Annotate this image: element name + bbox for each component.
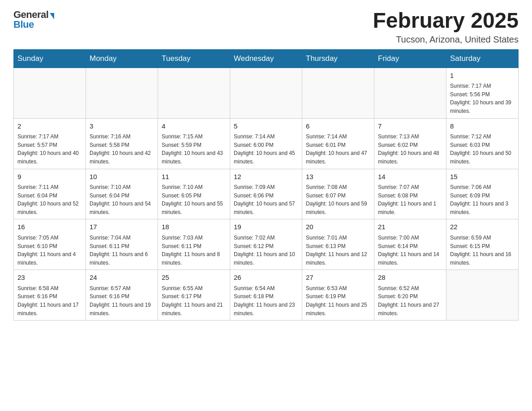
day-of-week-friday: Friday [374,49,446,68]
day-info: Sunrise: 7:04 AM Sunset: 6:11 PM Dayligh… [90,234,154,267]
day-number: 6 [306,121,370,132]
day-info: Sunrise: 6:52 AM Sunset: 6:20 PM Dayligh… [378,284,442,317]
calendar-cell [302,68,374,118]
calendar-cell: 6Sunrise: 7:14 AM Sunset: 6:01 PM Daylig… [302,118,374,169]
days-of-week-row: SundayMondayTuesdayWednesdayThursdayFrid… [14,49,519,68]
logo-arrow-icon [50,13,54,19]
day-number: 14 [378,172,442,182]
day-info: Sunrise: 7:11 AM Sunset: 6:04 PM Dayligh… [17,183,82,216]
day-of-week-monday: Monday [86,49,158,68]
calendar-table: SundayMondayTuesdayWednesdayThursdayFrid… [13,49,519,321]
calendar-week-5: 23Sunrise: 6:58 AM Sunset: 6:16 PM Dayli… [14,270,519,321]
day-number: 12 [234,172,298,182]
day-number: 13 [306,172,370,182]
calendar-cell: 12Sunrise: 7:09 AM Sunset: 6:06 PM Dayli… [230,169,302,219]
logo-blue-text: Blue [13,19,34,30]
calendar-cell: 20Sunrise: 7:01 AM Sunset: 6:13 PM Dayli… [302,219,374,270]
month-year-title: February 2025 [373,9,519,33]
day-number: 16 [17,222,82,232]
logo: General Blue [13,9,54,30]
day-info: Sunrise: 7:01 AM Sunset: 6:13 PM Dayligh… [306,234,370,267]
day-number: 3 [90,121,154,132]
day-of-week-tuesday: Tuesday [158,49,230,68]
day-info: Sunrise: 7:08 AM Sunset: 6:07 PM Dayligh… [306,183,370,216]
day-number: 21 [378,222,442,232]
page-header: General Blue February 2025 Tucson, Arizo… [13,9,519,45]
day-number: 1 [450,71,515,81]
day-of-week-sunday: Sunday [14,49,86,68]
day-number: 15 [450,172,515,182]
calendar-cell [446,270,519,321]
day-info: Sunrise: 7:16 AM Sunset: 5:58 PM Dayligh… [90,133,154,166]
day-info: Sunrise: 7:14 AM Sunset: 6:01 PM Dayligh… [306,133,370,166]
day-number: 27 [306,273,370,283]
day-number: 22 [450,222,515,232]
calendar-cell [158,68,230,118]
day-number: 5 [234,121,298,132]
day-number: 26 [234,273,298,283]
calendar-cell: 19Sunrise: 7:02 AM Sunset: 6:12 PM Dayli… [230,219,302,270]
day-number: 17 [90,222,154,232]
calendar-cell: 22Sunrise: 6:59 AM Sunset: 6:15 PM Dayli… [446,219,519,270]
day-info: Sunrise: 6:55 AM Sunset: 6:17 PM Dayligh… [162,284,226,317]
calendar-week-4: 16Sunrise: 7:05 AM Sunset: 6:10 PM Dayli… [14,219,519,270]
calendar-cell: 4Sunrise: 7:15 AM Sunset: 5:59 PM Daylig… [158,118,230,169]
day-info: Sunrise: 6:59 AM Sunset: 6:15 PM Dayligh… [450,234,515,267]
day-info: Sunrise: 7:10 AM Sunset: 6:05 PM Dayligh… [162,183,226,216]
day-number: 11 [162,172,226,182]
day-number: 24 [90,273,154,283]
day-info: Sunrise: 6:54 AM Sunset: 6:18 PM Dayligh… [234,284,298,317]
day-number: 28 [378,273,442,283]
calendar-cell: 27Sunrise: 6:53 AM Sunset: 6:19 PM Dayli… [302,270,374,321]
calendar-cell: 11Sunrise: 7:10 AM Sunset: 6:05 PM Dayli… [158,169,230,219]
location-subtitle: Tucson, Arizona, United States [373,34,519,45]
day-number: 10 [90,172,154,182]
calendar-cell: 1Sunrise: 7:17 AM Sunset: 5:56 PM Daylig… [446,68,519,118]
calendar-cell: 17Sunrise: 7:04 AM Sunset: 6:11 PM Dayli… [86,219,158,270]
calendar-week-3: 9Sunrise: 7:11 AM Sunset: 6:04 PM Daylig… [14,169,519,219]
day-info: Sunrise: 7:02 AM Sunset: 6:12 PM Dayligh… [234,234,298,267]
day-of-week-saturday: Saturday [446,49,519,68]
day-of-week-thursday: Thursday [302,49,374,68]
day-info: Sunrise: 6:58 AM Sunset: 6:16 PM Dayligh… [17,284,82,317]
calendar-cell [86,68,158,118]
day-number: 8 [450,121,515,132]
calendar-week-1: 1Sunrise: 7:17 AM Sunset: 5:56 PM Daylig… [14,68,519,118]
calendar-cell: 2Sunrise: 7:17 AM Sunset: 5:57 PM Daylig… [14,118,86,169]
calendar-cell: 10Sunrise: 7:10 AM Sunset: 6:04 PM Dayli… [86,169,158,219]
calendar-cell: 8Sunrise: 7:12 AM Sunset: 6:03 PM Daylig… [446,118,519,169]
day-number: 2 [17,121,82,132]
day-info: Sunrise: 7:12 AM Sunset: 6:03 PM Dayligh… [450,133,515,166]
day-info: Sunrise: 7:00 AM Sunset: 6:14 PM Dayligh… [378,234,442,267]
calendar-cell: 5Sunrise: 7:14 AM Sunset: 6:00 PM Daylig… [230,118,302,169]
day-info: Sunrise: 7:17 AM Sunset: 5:57 PM Dayligh… [17,133,82,166]
calendar-cell: 23Sunrise: 6:58 AM Sunset: 6:16 PM Dayli… [14,270,86,321]
day-info: Sunrise: 7:13 AM Sunset: 6:02 PM Dayligh… [378,133,442,166]
day-number: 4 [162,121,226,132]
calendar-cell: 28Sunrise: 6:52 AM Sunset: 6:20 PM Dayli… [374,270,446,321]
calendar-cell: 13Sunrise: 7:08 AM Sunset: 6:07 PM Dayli… [302,169,374,219]
calendar-cell: 9Sunrise: 7:11 AM Sunset: 6:04 PM Daylig… [14,169,86,219]
day-info: Sunrise: 7:09 AM Sunset: 6:06 PM Dayligh… [234,183,298,216]
title-block: February 2025 Tucson, Arizona, United St… [373,9,519,45]
day-info: Sunrise: 7:07 AM Sunset: 6:08 PM Dayligh… [378,183,442,216]
calendar-header: SundayMondayTuesdayWednesdayThursdayFrid… [14,49,519,68]
calendar-cell [230,68,302,118]
calendar-cell: 25Sunrise: 6:55 AM Sunset: 6:17 PM Dayli… [158,270,230,321]
calendar-cell: 7Sunrise: 7:13 AM Sunset: 6:02 PM Daylig… [374,118,446,169]
calendar-cell: 18Sunrise: 7:03 AM Sunset: 6:11 PM Dayli… [158,219,230,270]
day-number: 18 [162,222,226,232]
calendar-week-2: 2Sunrise: 7:17 AM Sunset: 5:57 PM Daylig… [14,118,519,169]
calendar-cell [14,68,86,118]
calendar-cell: 26Sunrise: 6:54 AM Sunset: 6:18 PM Dayli… [230,270,302,321]
day-info: Sunrise: 6:53 AM Sunset: 6:19 PM Dayligh… [306,284,370,317]
day-number: 19 [234,222,298,232]
calendar-body: 1Sunrise: 7:17 AM Sunset: 5:56 PM Daylig… [14,68,519,320]
calendar-cell: 15Sunrise: 7:06 AM Sunset: 6:09 PM Dayli… [446,169,519,219]
calendar-cell: 3Sunrise: 7:16 AM Sunset: 5:58 PM Daylig… [86,118,158,169]
day-info: Sunrise: 7:05 AM Sunset: 6:10 PM Dayligh… [17,234,82,267]
day-number: 25 [162,273,226,283]
day-number: 9 [17,172,82,182]
day-info: Sunrise: 7:14 AM Sunset: 6:00 PM Dayligh… [234,133,298,166]
calendar-cell: 16Sunrise: 7:05 AM Sunset: 6:10 PM Dayli… [14,219,86,270]
